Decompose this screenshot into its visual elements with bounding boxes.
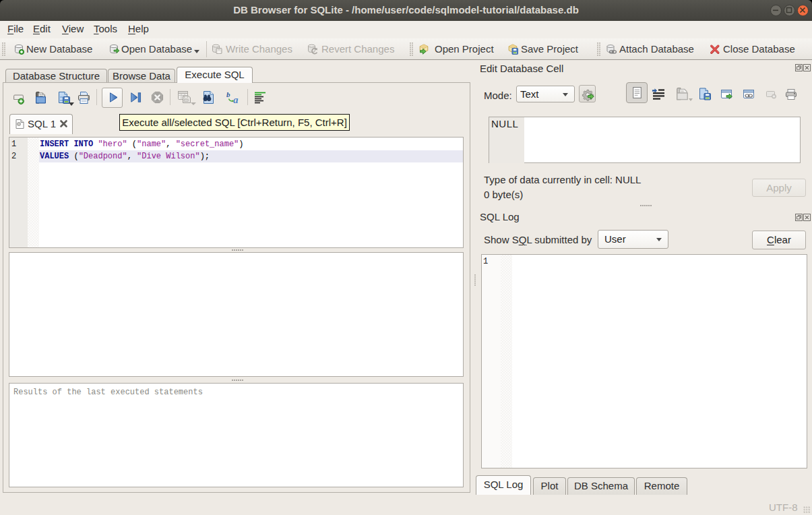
svg-text:a: a <box>233 94 239 104</box>
svg-text:b: b <box>226 90 230 98</box>
